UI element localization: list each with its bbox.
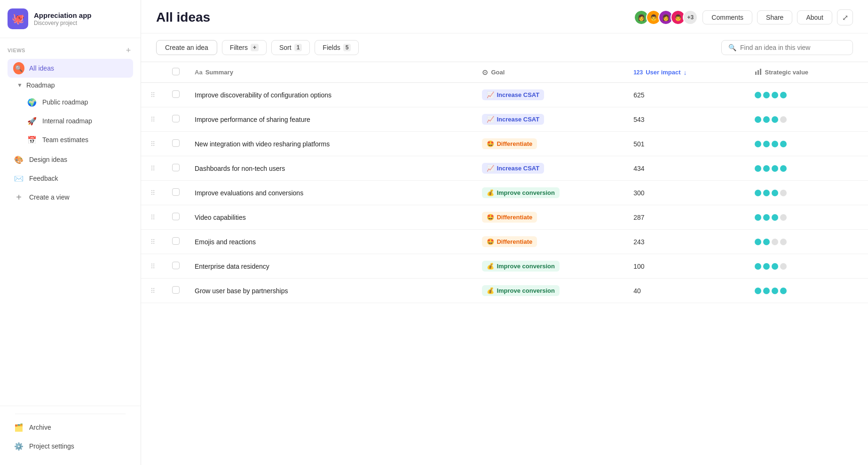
sidebar-item-archive[interactable]: 🗂️ Archive xyxy=(8,418,133,437)
design-ideas-icon: 🎨 xyxy=(13,154,24,165)
strategic-dots xyxy=(755,263,860,270)
th-user-impact[interactable]: 123 User impact ↓ xyxy=(626,62,747,83)
strategic-dot xyxy=(772,190,778,196)
row-checkbox[interactable] xyxy=(172,115,180,122)
drag-handle-icon[interactable]: ⠿ xyxy=(149,263,157,270)
drag-handle-icon[interactable]: ⠿ xyxy=(149,214,157,221)
row-checkbox[interactable] xyxy=(172,213,180,220)
table-row: ⠿Improve evaluations and conversions💰 Im… xyxy=(141,181,868,205)
table-header-row: Aa Summary ⊙ Goal 123 User impact xyxy=(141,62,868,83)
goal-emoji: 🤩 xyxy=(487,238,494,245)
table-row: ⠿Video capabilities🤩 Differentiate287 xyxy=(141,205,868,230)
goal-badge[interactable]: 📈 Increase CSAT xyxy=(482,114,544,125)
ideas-table-container: Aa Summary ⊙ Goal 123 User impact xyxy=(141,62,868,465)
strategic-dots xyxy=(755,141,860,147)
team-estimates-icon: 📅 xyxy=(26,134,38,145)
sidebar-item-team-estimates[interactable]: 📅 Team estimates xyxy=(21,130,129,149)
chevron-down-icon: ▼ xyxy=(17,82,23,88)
sidebar-item-public-roadmap[interactable]: 🌍 Public roadmap xyxy=(21,93,129,112)
goal-icon: ⊙ xyxy=(482,68,488,77)
impact-value: 287 xyxy=(633,214,644,221)
share-button[interactable]: Share xyxy=(757,10,792,24)
sidebar-item-internal-roadmap[interactable]: 🚀 Internal roadmap xyxy=(21,112,129,130)
svg-rect-8 xyxy=(755,72,757,75)
expand-button[interactable]: ⤢ xyxy=(837,9,853,25)
row-checkbox[interactable] xyxy=(172,286,180,294)
avatar-count: +3 xyxy=(683,10,698,25)
row-checkbox[interactable] xyxy=(172,90,180,98)
idea-summary: Improve evaluations and conversions xyxy=(195,189,303,197)
goal-badge[interactable]: 💰 Improve conversion xyxy=(482,285,560,296)
drag-handle-icon[interactable]: ⠿ xyxy=(149,165,157,172)
roadmap-group-header[interactable]: ▼ Roadmap xyxy=(11,78,129,93)
row-checkbox[interactable] xyxy=(172,139,180,147)
idea-summary: Dashboards for non-tech users xyxy=(195,165,285,172)
th-strategic-value[interactable]: Strategic value xyxy=(747,62,868,83)
feedback-label: Feedback xyxy=(29,175,58,182)
row-checkbox[interactable] xyxy=(172,164,180,171)
fields-label: Fields xyxy=(323,44,340,51)
idea-summary: Video capabilities xyxy=(195,214,246,221)
goal-badge[interactable]: 💰 Improve conversion xyxy=(482,187,560,198)
impact-value: 300 xyxy=(633,189,644,197)
select-all-checkbox[interactable] xyxy=(172,68,180,75)
row-checkbox[interactable] xyxy=(172,237,180,245)
strategic-dot xyxy=(755,239,761,245)
archive-icon: 🗂️ xyxy=(13,422,24,433)
fields-button[interactable]: Fields 5 xyxy=(315,40,359,55)
goal-badge[interactable]: 🤩 Differentiate xyxy=(482,212,537,223)
create-idea-button[interactable]: Create an idea xyxy=(156,40,217,55)
row-checkbox[interactable] xyxy=(172,262,180,269)
drag-handle-icon[interactable]: ⠿ xyxy=(149,238,157,246)
drag-handle-icon[interactable]: ⠿ xyxy=(149,287,157,295)
drag-handle-icon[interactable]: ⠿ xyxy=(149,91,157,99)
strategic-dots xyxy=(755,239,860,245)
goal-emoji: 📈 xyxy=(487,116,494,123)
sidebar-item-project-settings[interactable]: ⚙️ Project settings xyxy=(8,437,133,456)
table-row: ⠿Improve discoverability of configuratio… xyxy=(141,83,868,107)
strategic-dot xyxy=(772,263,778,270)
team-estimates-label: Team estimates xyxy=(42,136,88,144)
row-checkbox[interactable] xyxy=(172,188,180,196)
impact-value: 501 xyxy=(633,140,644,148)
views-label: VIEWS xyxy=(8,48,25,53)
th-summary[interactable]: Aa Summary xyxy=(187,62,474,83)
table-row: ⠿Grow user base by partnerships💰 Improve… xyxy=(141,279,868,303)
comments-button[interactable]: Comments xyxy=(702,10,752,24)
avatar-stack: 👩 👨 👩 xyxy=(634,10,698,25)
impact-label: User impact xyxy=(646,69,680,76)
search-box[interactable]: 🔍 xyxy=(721,40,853,55)
add-view-button[interactable]: + xyxy=(124,46,133,55)
sidebar-item-design-ideas[interactable]: 🎨 Design ideas xyxy=(8,150,133,169)
goal-badge[interactable]: 📈 Increase CSAT xyxy=(482,89,544,100)
public-roadmap-label: Public roadmap xyxy=(42,98,88,106)
sidebar-bottom: 🗂️ Archive ⚙️ Project settings xyxy=(0,406,141,465)
strategic-chart-icon xyxy=(755,68,762,77)
filters-button[interactable]: Filters + xyxy=(222,40,267,55)
goal-badge[interactable]: 🤩 Differentiate xyxy=(482,138,537,149)
strategic-value-label: Strategic value xyxy=(765,69,809,76)
sidebar-item-create-view[interactable]: + Create a view xyxy=(8,188,133,207)
sidebar-item-feedback[interactable]: ✉️ Feedback xyxy=(8,169,133,188)
sidebar-item-all-ideas[interactable]: 🔍 All ideas xyxy=(8,59,133,78)
main-header: All ideas 👩 👨 xyxy=(141,0,868,33)
svg-rect-10 xyxy=(760,69,761,75)
impact-value: 625 xyxy=(633,91,644,99)
drag-handle-icon[interactable]: ⠿ xyxy=(149,189,157,197)
search-input[interactable] xyxy=(740,44,846,51)
sort-button[interactable]: Sort 1 xyxy=(271,40,310,55)
table-row: ⠿New integration with video resharing pl… xyxy=(141,132,868,156)
goal-badge[interactable]: 💰 Improve conversion xyxy=(482,261,560,272)
strategic-dot xyxy=(772,116,778,123)
about-button[interactable]: About xyxy=(797,10,832,24)
goal-badge[interactable]: 🤩 Differentiate xyxy=(482,236,537,247)
toolbar-left: Create an idea Filters + Sort 1 Fields 5 xyxy=(156,40,359,55)
drag-handle-icon[interactable]: ⠿ xyxy=(149,116,157,123)
drag-handle-icon[interactable]: ⠿ xyxy=(149,140,157,148)
internal-roadmap-icon: 🚀 xyxy=(26,115,38,127)
strategic-dot xyxy=(755,116,761,123)
th-goal[interactable]: ⊙ Goal xyxy=(474,62,626,83)
views-section: VIEWS + 🔍 All ideas ▼ Roadmap 🌍 Public r… xyxy=(0,38,141,208)
impact-value: 100 xyxy=(633,263,644,270)
goal-badge[interactable]: 📈 Increase CSAT xyxy=(482,163,544,174)
